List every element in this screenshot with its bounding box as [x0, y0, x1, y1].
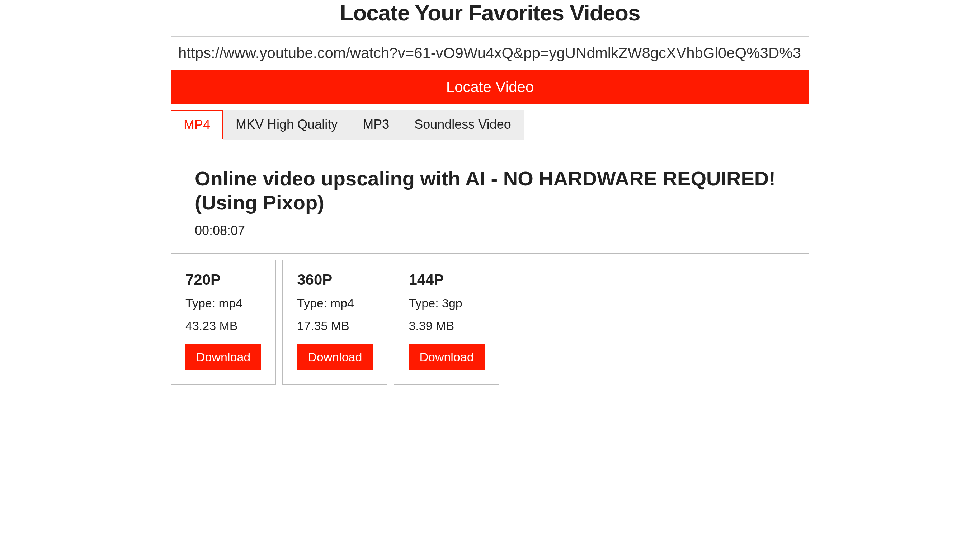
url-input[interactable]	[171, 37, 809, 70]
download-cards: 720P Type: mp4 43.23 MB Download 360P Ty…	[171, 260, 809, 385]
locate-video-button[interactable]: Locate Video	[171, 70, 809, 104]
download-card: 720P Type: mp4 43.23 MB Download	[171, 260, 276, 385]
tab-soundless-video[interactable]: Soundless Video	[402, 110, 524, 140]
card-type: Type: mp4	[185, 296, 261, 310]
card-size: 3.39 MB	[409, 319, 484, 333]
url-input-wrapper	[171, 36, 809, 70]
card-type: Type: mp4	[297, 296, 373, 310]
tab-mkv-high-quality[interactable]: MKV High Quality	[223, 110, 350, 140]
download-button[interactable]: Download	[409, 344, 484, 370]
video-duration: 00:08:07	[195, 223, 785, 238]
download-card: 144P Type: 3gp 3.39 MB Download	[394, 260, 499, 385]
tab-mp3[interactable]: MP3	[350, 110, 402, 140]
card-size: 43.23 MB	[185, 319, 261, 333]
download-button[interactable]: Download	[185, 344, 261, 370]
card-quality: 720P	[185, 271, 261, 288]
card-size: 17.35 MB	[297, 319, 373, 333]
card-type: Type: 3gp	[409, 296, 484, 310]
download-card: 360P Type: mp4 17.35 MB Download	[282, 260, 387, 385]
card-quality: 144P	[409, 271, 484, 288]
video-title: Online video upscaling with AI - NO HARD…	[195, 166, 785, 215]
page-title: Locate Your Favorites Videos	[171, 0, 809, 25]
download-button[interactable]: Download	[297, 344, 373, 370]
tab-mp4[interactable]: MP4	[171, 110, 223, 140]
video-info: Online video upscaling with AI - NO HARD…	[171, 151, 809, 253]
card-quality: 360P	[297, 271, 373, 288]
tabs: MP4 MKV High Quality MP3 Soundless Video	[171, 110, 809, 140]
